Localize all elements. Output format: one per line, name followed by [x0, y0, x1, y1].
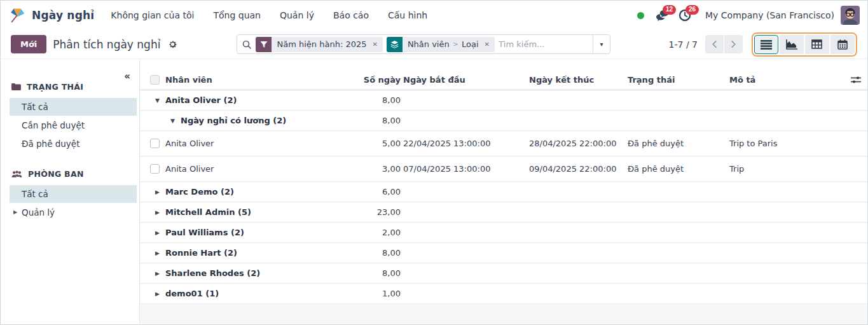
app-name[interactable]: Ngày nghỉ [32, 9, 94, 22]
menu-my-time[interactable]: Không gian của tôi [111, 10, 194, 20]
view-list-button[interactable] [754, 35, 778, 54]
cell-description: Trip to Paris [727, 139, 844, 148]
group-row[interactable]: ▶Ronnie Hart (2) 8,00 [140, 243, 867, 263]
filter-department-all[interactable]: Tất cả [10, 185, 137, 203]
column-header-description[interactable]: Mô tả [727, 75, 844, 85]
control-panel: Mới Phân tích ngày nghỉ [1, 30, 867, 59]
group-name: Ronnie Hart (2) [165, 248, 237, 258]
cell-status: Đã phê duyệt [625, 139, 727, 148]
department-section-title: PHÒNG BAN [28, 169, 84, 179]
group-row[interactable]: ▼Ngày nghỉ có lương (2) 8,00 [140, 111, 867, 131]
company-name[interactable]: My Company (San Francisco) [705, 10, 834, 20]
view-calendar-button[interactable] [830, 35, 855, 54]
caret-down-icon: ▼ [155, 97, 165, 104]
cell-days: 5,00 [354, 139, 401, 148]
presence-indicator [637, 12, 644, 19]
group-days-total: 8,00 [354, 116, 401, 125]
group-days-total: 8,00 [354, 248, 401, 258]
pivot-view-icon [811, 39, 822, 49]
caret-right-icon: ▶ [155, 189, 165, 195]
app-switcher[interactable]: Ngày nghỉ [10, 7, 94, 24]
select-all-checkbox[interactable] [150, 75, 160, 85]
group-days-total: 23,00 [354, 207, 401, 217]
app-menus: Không gian của tôi Tổng quan Quản lý Báo… [111, 10, 427, 20]
record-row[interactable]: Anita Oliver 3,00 07/04/2025 13:00:00 09… [140, 156, 867, 182]
gear-icon [168, 39, 177, 49]
row-checkbox[interactable] [150, 164, 160, 174]
group-row[interactable]: ▼Anita Oliver (2) 8,00 [140, 90, 867, 111]
row-checkbox[interactable] [150, 139, 160, 148]
timeoff-app-logo-icon [10, 7, 26, 24]
column-header-employee[interactable]: Nhân viên [163, 75, 354, 85]
group-row[interactable]: ▶demo01 (1) 1,00 [140, 284, 867, 304]
menu-overview[interactable]: Tổng quan [213, 10, 261, 20]
group-days-total: 8,00 [354, 95, 401, 105]
department-section: PHÒNG BAN Tất cả ▶Quản lý [1, 169, 139, 221]
status-section-title: TRẠNG THÁI [27, 82, 83, 92]
view-switcher [752, 32, 857, 57]
menu-configuration[interactable]: Cấu hình [388, 10, 427, 20]
folder-icon [11, 83, 21, 91]
groupby-facet-label: Nhân viên > Loại [403, 39, 483, 49]
cell-status: Đã phê duyệt [625, 164, 727, 174]
activities-button[interactable]: 26 [673, 1, 696, 30]
optional-columns-icon[interactable] [851, 76, 861, 84]
groupby-facet: Nhân viên > Loại ✕ [387, 37, 495, 52]
group-row[interactable]: ▶Mitchell Admin (5) 23,00 [140, 202, 867, 223]
collapse-sidebar-button[interactable]: « [124, 71, 130, 82]
cell-start-date: 22/04/2025 13:00:00 [401, 139, 527, 148]
group-name: demo01 (1) [165, 289, 219, 298]
pager-previous-button[interactable] [705, 35, 724, 53]
users-icon [11, 170, 22, 178]
pager-range[interactable]: 1-7 / 7 [669, 39, 698, 50]
column-header-status[interactable]: Trạng thái [625, 75, 727, 85]
messages-button[interactable]: 12 [651, 1, 673, 30]
menu-management[interactable]: Quản lý [280, 10, 314, 20]
search-bar[interactable]: Năm hiện hành: 2025 ✕ Nhân viên > Loại ✕ [237, 34, 610, 54]
calendar-view-icon [837, 39, 848, 50]
remove-groupby-icon[interactable]: ✕ [483, 41, 495, 48]
layers-icon [387, 37, 403, 52]
graph-view-icon [785, 39, 797, 50]
pager-next-button[interactable] [724, 35, 743, 53]
group-row[interactable]: ▶Marc Demo (2) 6,00 [140, 182, 867, 202]
column-header-days[interactable]: Số ngày [354, 75, 401, 85]
view-settings-button[interactable] [167, 38, 179, 50]
filter-facet-label: Năm hiện hành: 2025 [272, 39, 371, 49]
record-row[interactable]: Anita Oliver 5,00 22/04/2025 13:00:00 28… [140, 131, 867, 156]
user-avatar[interactable] [841, 6, 860, 25]
caret-right-icon: ▶ [13, 204, 17, 221]
group-days-total: 8,00 [354, 268, 401, 278]
pager [705, 35, 743, 53]
group-row[interactable]: ▶Sharlene Rhodes (2) 8,00 [140, 263, 867, 284]
group-name: Marc Demo (2) [165, 187, 234, 197]
chevron-down-icon: ▾ [600, 41, 603, 48]
search-dropdown-toggle[interactable]: ▾ [593, 35, 610, 53]
group-days-total: 2,00 [354, 228, 401, 237]
view-graph-button[interactable] [780, 35, 804, 54]
table-header: Nhân viên Số ngày Ngày bắt đầu Ngày kết … [140, 69, 867, 90]
new-button[interactable]: Mới [11, 35, 46, 53]
list-view: Nhân viên Số ngày Ngày bắt đầu Ngày kết … [140, 59, 867, 324]
group-days-total: 6,00 [354, 187, 401, 197]
table-footer [140, 304, 867, 324]
column-header-end-date[interactable]: Ngày kết thúc [527, 75, 625, 85]
cell-start-date: 07/04/2025 13:00:00 [401, 164, 527, 174]
view-pivot-button[interactable] [805, 35, 829, 54]
search-input[interactable] [499, 39, 593, 49]
filter-status-approved[interactable]: Đã phê duyệt [10, 135, 137, 153]
group-name: Ngày nghỉ có lương (2) [181, 116, 286, 125]
remove-filter-icon[interactable]: ✕ [371, 41, 382, 48]
column-header-start-date[interactable]: Ngày bắt đầu [401, 75, 527, 85]
cell-end-date: 09/04/2025 22:00:00 [527, 164, 625, 174]
group-name: Mitchell Admin (5) [165, 207, 251, 217]
filter-status-to-approve[interactable]: Cần phê duyệt [10, 116, 137, 134]
top-navbar: Ngày nghỉ Không gian của tôi Tổng quan Q… [1, 1, 867, 30]
group-name: Anita Oliver (2) [165, 95, 237, 105]
filter-status-all[interactable]: Tất cả [10, 98, 137, 116]
caret-down-icon: ▼ [170, 118, 181, 124]
menu-reporting[interactable]: Báo cáo [333, 10, 369, 20]
filter-department-management[interactable]: ▶Quản lý [10, 204, 137, 221]
group-row[interactable]: ▶Paul Williams (2) 2,00 [140, 223, 867, 243]
filter-icon [256, 37, 272, 52]
